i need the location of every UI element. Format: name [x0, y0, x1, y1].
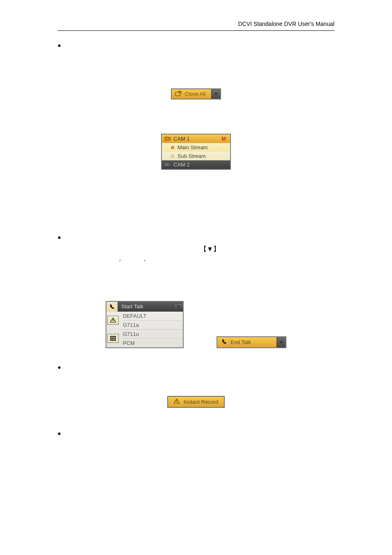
- camera-icon: [164, 162, 171, 167]
- instant-record-label: Instant Record: [184, 399, 219, 405]
- chevron-down-icon: ▼: [279, 340, 284, 345]
- para-talk-note: Please note, if audio input port from th…: [41, 275, 351, 294]
- header-rule: [58, 30, 334, 31]
- grid-icon: [107, 334, 119, 343]
- main-stream-label: Main Stream: [178, 144, 208, 150]
- down-triangle-bracket: 【▼】: [200, 245, 220, 252]
- para-local-play-desc: The Web can playback the saved (Extensio…: [41, 440, 351, 458]
- close-all-dropdown[interactable]: ▼: [211, 89, 220, 99]
- bullet-instant-record: Instant record: [70, 363, 351, 372]
- cam1-row[interactable]: CAM 1 M: [162, 134, 230, 143]
- chevron-down-icon: ▼: [214, 92, 218, 96]
- radio-unselected-icon: [171, 155, 174, 158]
- bullet-text-open-all: Open All: [70, 41, 351, 50]
- para-refer-5-6: Please refer to Figure 5-6 for main stre…: [41, 120, 351, 130]
- svg-rect-10: [176, 400, 177, 402]
- svg-rect-2: [164, 163, 169, 166]
- bullet-dot: ●: [58, 234, 61, 240]
- sub-stream-option[interactable]: Sub Stream: [162, 152, 230, 160]
- page-number: 178: [41, 475, 351, 481]
- svg-rect-3: [113, 319, 113, 321]
- m-badge: M: [221, 136, 228, 142]
- bullet-dot: ●: [58, 42, 61, 49]
- phone-icon: [221, 339, 227, 346]
- bullet-dot: ●: [58, 430, 61, 437]
- radio-selected-icon: [171, 146, 174, 149]
- bullet-local-play: Local play: [70, 429, 351, 438]
- start-talk-label: Start Talk: [118, 303, 174, 310]
- figure-caption-5-5: Figure 5-5: [41, 102, 351, 108]
- para-talk-desc: You can click this button to enable audi…: [41, 244, 351, 273]
- para-open-all2: Open All: [41, 191, 351, 200]
- instant-record-button[interactable]: Instant Record: [167, 396, 225, 408]
- close-all-button[interactable]: Close All ▼: [171, 88, 221, 99]
- start-talk-drop[interactable]: ▼: [174, 304, 183, 309]
- warning-icon: [174, 399, 180, 405]
- end-talk-drop[interactable]: ▼: [277, 337, 286, 347]
- main-stream-option[interactable]: Main Stream: [162, 143, 230, 152]
- close-all-icon: [175, 91, 182, 97]
- end-talk-label: End Talk: [231, 339, 251, 345]
- svg-rect-11: [176, 402, 177, 403]
- phone-icon: [106, 302, 118, 312]
- svg-rect-5: [110, 336, 116, 341]
- para-open-all-desc: You can click it to open all channels.: [41, 52, 351, 61]
- close-all-label: Close All: [185, 91, 206, 97]
- start-talk-dropdown[interactable]: Start Talk ▼ DEFAULT G711a: [106, 301, 184, 348]
- warning-icon: [107, 316, 119, 325]
- cam2-label: CAM 2: [173, 162, 190, 168]
- para-close-all-desc: You can click it to close all channels.: [41, 75, 351, 84]
- figure-caption-5-6: Figure 5-6: [41, 172, 351, 178]
- para-close-all: Close All: [41, 63, 351, 72]
- sub-stream-label: Sub Stream: [178, 153, 206, 159]
- talk-option-g711a[interactable]: G711a: [123, 320, 181, 328]
- camera-icon: [164, 136, 171, 141]
- svg-rect-4: [113, 321, 113, 322]
- para-instant-desc: Click it, the button becomes yellow and …: [41, 374, 351, 392]
- bullet-dot: ●: [58, 364, 61, 370]
- page-header: DCVI Standalone DVR User's Manual: [238, 21, 334, 27]
- end-talk-button[interactable]: End Talk ▼: [217, 336, 286, 348]
- talk-option-g711u[interactable]: G711u: [123, 331, 181, 337]
- figure-caption-5-7: Figure 5-7: [41, 352, 351, 358]
- chevron-down-icon: ▼: [177, 304, 181, 309]
- cam2-row[interactable]: CAM 2: [162, 160, 230, 169]
- svg-rect-1: [164, 137, 169, 141]
- talk-option-default[interactable]: DEFAULT: [123, 313, 181, 319]
- cam1-label: CAM 1: [173, 136, 190, 142]
- camera-stream-list[interactable]: CAM 1 M Main Stream Sub Stream CA: [161, 134, 231, 170]
- bullet-start-dialogue: Start dialogue: [70, 233, 351, 242]
- para-open-all2-desc: Open all button is to enable/disable all…: [41, 203, 351, 230]
- talk-option-pcm[interactable]: PCM: [123, 338, 181, 346]
- figure-caption-5-8: Figure 5-8: [41, 410, 351, 416]
